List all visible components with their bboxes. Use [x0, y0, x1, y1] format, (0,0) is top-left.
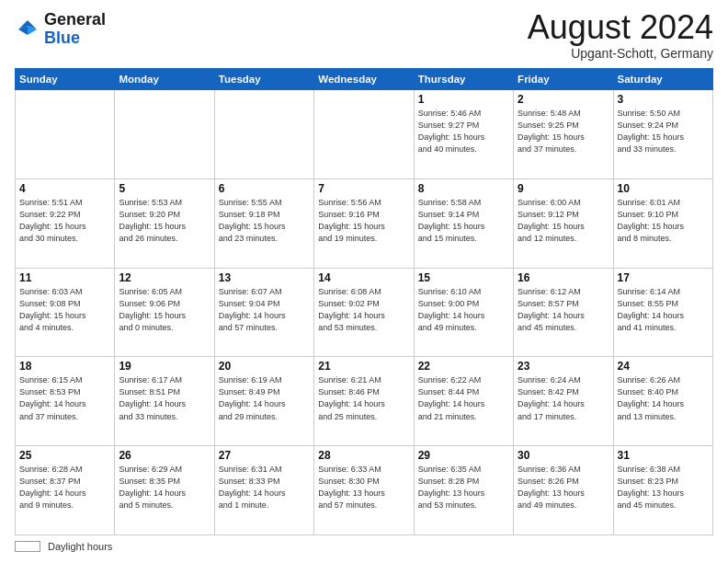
day-info: Sunrise: 6:24 AM Sunset: 8:42 PM Dayligh… — [518, 374, 609, 422]
day-info: Sunrise: 6:36 AM Sunset: 8:26 PM Dayligh… — [518, 464, 609, 511]
logo: General Blue — [15, 11, 106, 48]
day-number: 8 — [418, 182, 509, 195]
calendar-week-4: 18Sunrise: 6:15 AM Sunset: 8:53 PM Dayli… — [16, 357, 713, 446]
col-monday: Monday — [115, 69, 214, 90]
day-number: 10 — [618, 182, 709, 195]
day-number: 19 — [119, 360, 210, 373]
col-sunday: Sunday — [16, 69, 115, 90]
day-info: Sunrise: 6:15 AM Sunset: 8:53 PM Dayligh… — [19, 374, 110, 422]
calendar-cell: 1Sunrise: 5:46 AM Sunset: 9:27 PM Daylig… — [414, 90, 513, 179]
day-info: Sunrise: 6:38 AM Sunset: 8:23 PM Dayligh… — [618, 464, 709, 511]
day-info: Sunrise: 5:48 AM Sunset: 9:25 PM Dayligh… — [518, 108, 609, 155]
day-info: Sunrise: 5:46 AM Sunset: 9:27 PM Dayligh… — [418, 108, 509, 155]
day-number: 20 — [219, 360, 310, 373]
day-number: 25 — [19, 449, 110, 462]
col-wednesday: Wednesday — [314, 69, 414, 90]
day-info: Sunrise: 6:33 AM Sunset: 8:30 PM Dayligh… — [318, 464, 409, 511]
calendar-cell: 5Sunrise: 5:53 AM Sunset: 9:20 PM Daylig… — [115, 178, 214, 268]
calendar-cell: 9Sunrise: 6:00 AM Sunset: 9:12 PM Daylig… — [514, 178, 613, 268]
day-number: 7 — [318, 182, 409, 195]
day-info: Sunrise: 6:31 AM Sunset: 8:33 PM Dayligh… — [219, 464, 310, 511]
calendar-cell: 24Sunrise: 6:26 AM Sunset: 8:40 PM Dayli… — [613, 357, 712, 446]
calendar-cell: 7Sunrise: 5:56 AM Sunset: 9:16 PM Daylig… — [314, 178, 414, 268]
calendar-cell — [214, 90, 313, 179]
day-info: Sunrise: 6:26 AM Sunset: 8:40 PM Dayligh… — [618, 374, 709, 422]
day-number: 29 — [418, 449, 509, 462]
day-number: 6 — [219, 182, 310, 195]
calendar-cell: 2Sunrise: 5:48 AM Sunset: 9:25 PM Daylig… — [514, 90, 613, 179]
calendar-cell: 3Sunrise: 5:50 AM Sunset: 9:24 PM Daylig… — [613, 90, 712, 179]
calendar-header-row: Sunday Monday Tuesday Wednesday Thursday… — [16, 69, 713, 90]
calendar-cell: 27Sunrise: 6:31 AM Sunset: 8:33 PM Dayli… — [214, 446, 313, 535]
day-number: 14 — [318, 271, 409, 284]
logo-icon — [15, 17, 40, 42]
day-number: 1 — [418, 93, 509, 106]
calendar-cell: 16Sunrise: 6:12 AM Sunset: 8:57 PM Dayli… — [514, 268, 613, 357]
calendar-week-3: 11Sunrise: 6:03 AM Sunset: 9:08 PM Dayli… — [16, 268, 713, 357]
day-number: 16 — [518, 271, 609, 284]
day-number: 17 — [618, 271, 709, 284]
calendar-cell: 28Sunrise: 6:33 AM Sunset: 8:30 PM Dayli… — [314, 446, 414, 535]
calendar-cell: 29Sunrise: 6:35 AM Sunset: 8:28 PM Dayli… — [414, 446, 513, 535]
day-info: Sunrise: 6:22 AM Sunset: 8:44 PM Dayligh… — [418, 374, 509, 422]
day-info: Sunrise: 6:17 AM Sunset: 8:51 PM Dayligh… — [119, 374, 210, 422]
calendar-cell: 10Sunrise: 6:01 AM Sunset: 9:10 PM Dayli… — [613, 178, 712, 268]
day-info: Sunrise: 5:53 AM Sunset: 9:20 PM Dayligh… — [119, 197, 210, 245]
day-info: Sunrise: 6:03 AM Sunset: 9:08 PM Dayligh… — [19, 286, 110, 334]
day-number: 23 — [518, 360, 609, 373]
day-info: Sunrise: 6:10 AM Sunset: 9:00 PM Dayligh… — [418, 286, 509, 334]
legend-label: Daylight hours — [48, 541, 112, 552]
calendar-cell: 12Sunrise: 6:05 AM Sunset: 9:06 PM Dayli… — [115, 268, 214, 357]
day-info: Sunrise: 5:55 AM Sunset: 9:18 PM Dayligh… — [219, 197, 310, 245]
day-info: Sunrise: 6:28 AM Sunset: 8:37 PM Dayligh… — [19, 464, 110, 511]
calendar-cell: 15Sunrise: 6:10 AM Sunset: 9:00 PM Dayli… — [414, 268, 513, 357]
col-friday: Friday — [514, 69, 613, 90]
day-info: Sunrise: 5:56 AM Sunset: 9:16 PM Dayligh… — [318, 197, 409, 245]
calendar-week-1: 1Sunrise: 5:46 AM Sunset: 9:27 PM Daylig… — [16, 90, 713, 179]
footer: Daylight hours — [15, 541, 713, 552]
calendar-table: Sunday Monday Tuesday Wednesday Thursday… — [15, 68, 713, 535]
calendar-cell: 11Sunrise: 6:03 AM Sunset: 9:08 PM Dayli… — [16, 268, 115, 357]
day-number: 15 — [418, 271, 509, 284]
day-info: Sunrise: 6:00 AM Sunset: 9:12 PM Dayligh… — [518, 197, 609, 245]
title-block: August 2024 Upgant-Schott, Germany — [528, 11, 713, 61]
day-number: 2 — [518, 93, 609, 106]
month-title: August 2024 — [528, 11, 713, 44]
day-number: 27 — [219, 449, 310, 462]
legend-box — [15, 541, 40, 552]
calendar-cell: 18Sunrise: 6:15 AM Sunset: 8:53 PM Dayli… — [16, 357, 115, 446]
day-info: Sunrise: 6:14 AM Sunset: 8:55 PM Dayligh… — [618, 286, 709, 334]
calendar-cell — [314, 90, 414, 179]
day-number: 3 — [618, 93, 709, 106]
day-number: 28 — [318, 449, 409, 462]
day-info: Sunrise: 6:05 AM Sunset: 9:06 PM Dayligh… — [119, 286, 210, 334]
calendar-cell: 14Sunrise: 6:08 AM Sunset: 9:02 PM Dayli… — [314, 268, 414, 357]
calendar-week-2: 4Sunrise: 5:51 AM Sunset: 9:22 PM Daylig… — [16, 178, 713, 268]
day-number: 12 — [119, 271, 210, 284]
day-number: 11 — [19, 271, 110, 284]
day-number: 18 — [19, 360, 110, 373]
calendar-cell: 21Sunrise: 6:21 AM Sunset: 8:46 PM Dayli… — [314, 357, 414, 446]
calendar-cell: 4Sunrise: 5:51 AM Sunset: 9:22 PM Daylig… — [16, 178, 115, 268]
calendar-cell — [16, 90, 115, 179]
calendar-cell: 25Sunrise: 6:28 AM Sunset: 8:37 PM Dayli… — [16, 446, 115, 535]
day-number: 13 — [219, 271, 310, 284]
calendar-cell: 20Sunrise: 6:19 AM Sunset: 8:49 PM Dayli… — [214, 357, 313, 446]
day-number: 9 — [518, 182, 609, 195]
day-number: 21 — [318, 360, 409, 373]
day-number: 22 — [418, 360, 509, 373]
day-info: Sunrise: 6:07 AM Sunset: 9:04 PM Dayligh… — [219, 286, 310, 334]
calendar-cell: 19Sunrise: 6:17 AM Sunset: 8:51 PM Dayli… — [115, 357, 214, 446]
day-info: Sunrise: 6:12 AM Sunset: 8:57 PM Dayligh… — [518, 286, 609, 334]
day-number: 5 — [119, 182, 210, 195]
header: General Blue August 2024 Upgant-Schott, … — [15, 11, 713, 61]
calendar-cell: 6Sunrise: 5:55 AM Sunset: 9:18 PM Daylig… — [214, 178, 313, 268]
day-info: Sunrise: 5:51 AM Sunset: 9:22 PM Dayligh… — [19, 197, 110, 245]
day-info: Sunrise: 6:21 AM Sunset: 8:46 PM Dayligh… — [318, 374, 409, 422]
calendar-cell: 31Sunrise: 6:38 AM Sunset: 8:23 PM Dayli… — [613, 446, 712, 535]
day-info: Sunrise: 6:08 AM Sunset: 9:02 PM Dayligh… — [318, 286, 409, 334]
day-number: 4 — [19, 182, 110, 195]
day-info: Sunrise: 6:29 AM Sunset: 8:35 PM Dayligh… — [119, 464, 210, 511]
day-info: Sunrise: 5:50 AM Sunset: 9:24 PM Dayligh… — [618, 108, 709, 155]
col-tuesday: Tuesday — [214, 69, 313, 90]
